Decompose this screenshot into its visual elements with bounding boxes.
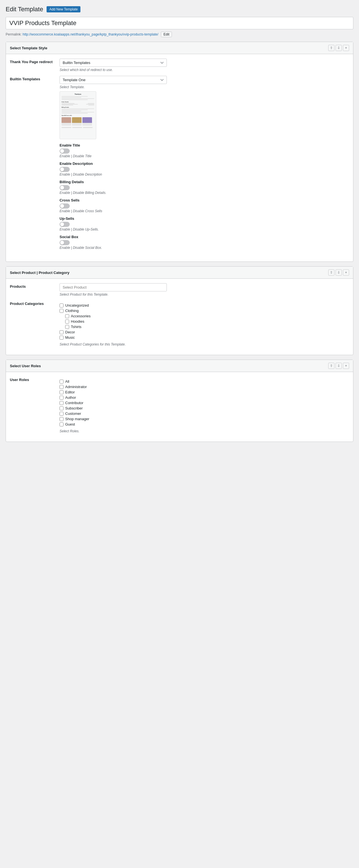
product-collapse-up-button[interactable]: ⇧ (328, 270, 334, 276)
category-clothing-checkbox[interactable] (59, 309, 63, 313)
role-contributor-checkbox[interactable] (59, 401, 63, 405)
edit-permalink-button[interactable]: Edit (161, 32, 172, 37)
product-category-card-body: Products Select Product for this Templat… (6, 279, 353, 355)
redirect-label: Thank You Page redirect (10, 59, 55, 64)
redirect-select[interactable]: Builtin Templates Custom URL (59, 59, 167, 67)
role-customer: Customer (59, 411, 349, 416)
product-category-card: Select Product | Product Category ⇧ ⇩ + … (6, 266, 353, 355)
category-decor-checkbox[interactable] (59, 330, 63, 334)
user-roles-card-body: User Roles All Administrator Editor (6, 372, 353, 442)
toggle-enable-title-label: Enable Title (59, 143, 349, 147)
add-new-template-button[interactable]: Add New Template (47, 6, 81, 12)
products-row: Products Select Product for this Templat… (10, 283, 349, 297)
user-roles-field: All Administrator Editor Author (59, 376, 349, 433)
role-all-checkbox[interactable] (59, 380, 63, 383)
toggle-cross-sells-wrapper (59, 204, 349, 209)
user-roles-toggle-card-button[interactable]: + (343, 363, 349, 369)
role-subscriber-checkbox[interactable] (59, 406, 63, 410)
preview-product-3 (82, 117, 92, 126)
preview-section-1: Order Details (61, 101, 94, 102)
toggle-enable-title: Enable Title Enable | Disable Title (59, 143, 349, 158)
product-toggle-card-button[interactable]: + (343, 270, 349, 276)
product-collapse-down-button[interactable]: ⇩ (336, 270, 342, 276)
preview-billing-5 (61, 113, 88, 114)
role-all-label: All (65, 379, 69, 383)
user-roles-card-header: Select User Roles ⇧ ⇩ + (6, 360, 353, 372)
template-style-card-controls: ⇧ ⇩ + (328, 45, 349, 51)
product-category-card-controls: ⇧ ⇩ + (328, 270, 349, 276)
product-category-card-header: Select Product | Product Category ⇧ ⇩ + (6, 267, 353, 279)
preview-product-2 (72, 117, 82, 126)
toggle-up-sells-slider (59, 222, 70, 227)
toggle-card-button[interactable]: + (343, 45, 349, 51)
permalink-row: Permalink: http://woocommerce.koalaapps.… (6, 32, 353, 37)
preview-table-row-2 (61, 104, 94, 104)
preview-footer-btn-2 (72, 127, 82, 128)
toggle-enable-description-slider (59, 167, 70, 172)
collapse-up-button[interactable]: ⇧ (328, 45, 334, 51)
preview-billing-3 (61, 111, 81, 111)
role-administrator-label: Administrator (65, 385, 87, 389)
category-hoodies-checkbox[interactable] (65, 319, 69, 323)
products-hint: Select Product for this Template. (59, 292, 349, 297)
page-title: Edit Template (6, 6, 43, 13)
toggle-enable-description-control[interactable] (59, 167, 70, 172)
preview-line-2 (61, 97, 81, 98)
role-subscriber: Subscriber (59, 406, 349, 411)
preview-product-img-2 (72, 117, 82, 123)
category-decor: Decor (59, 330, 349, 335)
role-contributor-label: Contributor (65, 401, 83, 405)
toggle-social-box: Social Box Enable | Disable Social Box. (59, 235, 349, 250)
category-hoodies: Hoodies (59, 319, 349, 324)
role-editor-label: Editor (65, 390, 75, 394)
preview-cell-1b (88, 103, 94, 104)
user-roles-collapse-up-button[interactable]: ⇧ (328, 363, 334, 369)
product-categories-label: Product Categories (10, 301, 55, 306)
category-accessories-checkbox[interactable] (65, 314, 69, 318)
toggle-up-sells-wrapper (59, 222, 349, 227)
category-tshirts-checkbox[interactable] (65, 325, 69, 329)
user-roles-collapse-down-button[interactable]: ⇩ (336, 363, 342, 369)
preview-cell-2a (61, 104, 78, 104)
toggle-enable-description-hint: Enable | Disable Description (59, 173, 349, 177)
product-search-input[interactable] (59, 283, 167, 291)
role-shop-manager-checkbox[interactable] (59, 417, 63, 421)
toggle-enable-description-label: Enable Description (59, 161, 349, 166)
collapse-down-button[interactable]: ⇩ (336, 45, 342, 51)
toggle-up-sells: Up-Sells Enable | Disable Up-Sells. (59, 216, 349, 231)
toggle-billing-details-slider (59, 185, 70, 190)
role-customer-checkbox[interactable] (59, 412, 63, 416)
category-uncategorized-checkbox[interactable] (59, 304, 63, 307)
role-shop-manager-label: Shop manager (65, 417, 89, 421)
builtin-templates-select[interactable]: Template One Template Two Template Three (59, 76, 167, 84)
template-preview: Thankyou Order Details (59, 91, 96, 139)
toggle-up-sells-control[interactable] (59, 222, 70, 227)
builtin-templates-field: Template One Template Two Template Three… (59, 76, 349, 253)
toggle-enable-description-wrapper (59, 167, 349, 172)
preview-line-4 (61, 99, 88, 100)
toggle-billing-details: Billing Details Enable | Disable Billing… (59, 180, 349, 195)
permalink-url[interactable]: http://woocommerce.koalaapps.net/thankyo… (23, 32, 158, 36)
preview-table-row-1 (61, 103, 94, 104)
category-music-checkbox[interactable] (59, 336, 63, 340)
preview-line-1 (61, 96, 88, 97)
user-roles-card: Select User Roles ⇧ ⇩ + User Roles All A… (6, 360, 353, 442)
preview-footer-btn-3 (83, 127, 93, 128)
template-name-input[interactable] (6, 17, 353, 29)
preview-table-row-3 (61, 105, 94, 105)
role-guest-checkbox[interactable] (59, 423, 63, 426)
role-editor-checkbox[interactable] (59, 390, 63, 394)
role-administrator-checkbox[interactable] (59, 385, 63, 389)
toggle-cross-sells-control[interactable] (59, 204, 70, 209)
toggle-billing-details-control[interactable] (59, 185, 70, 190)
template-style-card-body: Thank You Page redirect Builtin Template… (6, 54, 353, 261)
preview-product-img-3 (82, 117, 92, 123)
toggle-up-sells-hint: Enable | Disable Up-Sells. (59, 227, 349, 231)
toggle-social-box-control[interactable] (59, 240, 70, 245)
category-tshirts-label: Tshirts (71, 324, 82, 329)
toggle-up-sells-label: Up-Sells (59, 216, 349, 221)
preview-billing-1 (61, 108, 94, 109)
role-author-checkbox[interactable] (59, 396, 63, 400)
preview-title: Thankyou (61, 93, 94, 95)
toggle-enable-title-control[interactable] (59, 149, 70, 154)
